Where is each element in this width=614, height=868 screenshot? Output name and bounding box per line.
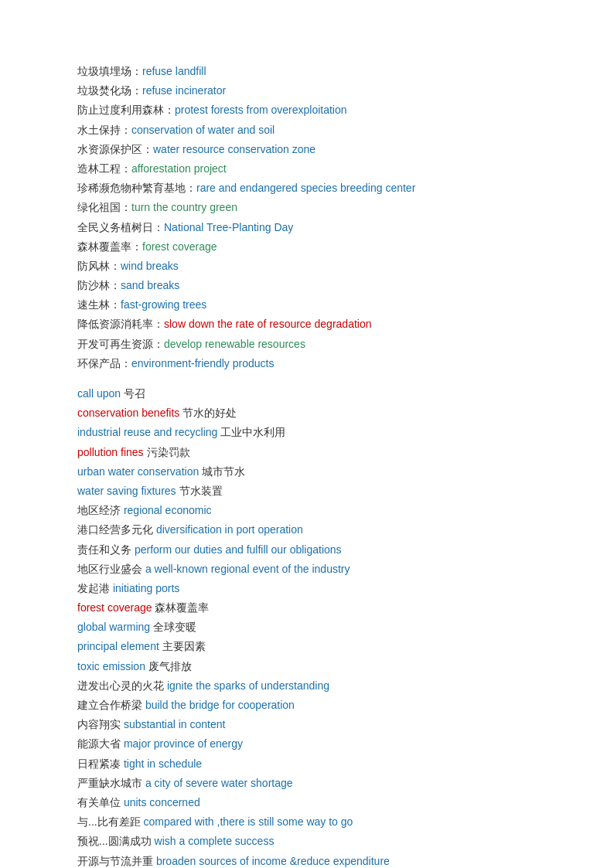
zh-text: 日程紧凑 xyxy=(77,757,124,770)
zh-text: 责任和义务 xyxy=(77,543,135,556)
list-item: conservation benefits 节水的好处 xyxy=(77,403,568,423)
list-item: 港口经营多元化 diversification in port operatio… xyxy=(77,520,568,540)
zh-text: 工业中水利用 xyxy=(220,426,285,438)
zh-text: 有关单位 xyxy=(77,796,124,808)
en-text: forest coverage xyxy=(142,240,217,253)
zh-text: 珍稀濒危物种繁育基地： xyxy=(77,182,196,194)
list-item: 地区行业盛会 a well-known regional event of th… xyxy=(77,560,568,579)
list-item: global warming 全球变暖 xyxy=(77,618,568,637)
en-text: rare and endangered species breeding cen… xyxy=(196,182,415,194)
en-text: tight in schedule xyxy=(124,757,202,770)
list-item: call upon 号召 xyxy=(77,384,568,403)
list-item: 有关单位 units concerned xyxy=(77,793,568,812)
zh-text: 水资源保护区： xyxy=(77,143,153,155)
zh-text: 绿化祖国： xyxy=(77,201,131,213)
en-text: ignite the sparks of understanding xyxy=(167,679,329,692)
zh-text: 造林工程： xyxy=(77,162,131,175)
zh-text: 全球变暖 xyxy=(153,621,196,633)
zh-text: 建立合作桥梁 xyxy=(77,699,145,711)
zh-text: 港口经营多元化 xyxy=(77,523,156,536)
en-text: wind breaks xyxy=(121,260,179,272)
zh-text: 污染罚款 xyxy=(147,446,190,458)
en-text: refuse incinerator xyxy=(142,84,226,97)
zh-text: 号召 xyxy=(124,387,145,400)
zh-text: 与...比有差距 xyxy=(77,815,144,828)
en-text: wish a complete success xyxy=(155,835,275,847)
list-item: 与...比有差距 compared with ,there is still s… xyxy=(77,812,568,832)
list-item: forest coverage 森林覆盖率 xyxy=(77,598,568,618)
list-item: 开源与节流并重 broaden sources of income &reduc… xyxy=(77,852,568,869)
en-text: build the bridge for cooperation xyxy=(145,699,295,711)
en-text: environment-friendly products xyxy=(131,357,274,369)
list-item: 预祝...圆满成功 wish a complete success xyxy=(77,832,568,851)
en-text: industrial reuse and recycling xyxy=(77,426,220,438)
en-text: global warming xyxy=(77,621,153,633)
list-item: 垃圾焚化场：refuse incinerator xyxy=(77,81,568,100)
zh-text: 防风林： xyxy=(77,260,121,272)
list-item: 珍稀濒危物种繁育基地：rare and endangered species b… xyxy=(77,179,568,198)
en-text: fast-growing trees xyxy=(121,298,206,311)
zh-text: 严重缺水城市 xyxy=(77,777,145,789)
en-text: units concerned xyxy=(124,796,200,808)
list-item: 防风林：wind breaks xyxy=(77,257,568,276)
list-item: 水土保持：conservation of water and soil xyxy=(77,121,568,140)
zh-text: 水土保持： xyxy=(77,124,131,136)
list-item: 建立合作桥梁 build the bridge for cooperation xyxy=(77,696,568,715)
list-item: 环保产品：environment-friendly products xyxy=(77,354,568,373)
zh-text: 防止过度利用森林： xyxy=(77,104,175,116)
en-text: develop renewable resources xyxy=(164,338,305,350)
list-item: principal element 主要因素 xyxy=(77,637,568,656)
zh-text: 迸发出心灵的火花 xyxy=(77,679,167,692)
list-item: 开发可再生资源：develop renewable resources xyxy=(77,335,568,354)
list-item: 防止过度利用森林：protest forests from overexploi… xyxy=(77,100,568,120)
en-text: afforestation project xyxy=(131,162,227,175)
zh-text: 森林覆盖率 xyxy=(155,601,209,614)
en-text: principal element xyxy=(77,640,162,652)
zh-text: 主要因素 xyxy=(162,640,206,652)
zh-text: 开源与节流并重 xyxy=(77,855,156,867)
list-item: water saving fixtures 节水装置 xyxy=(77,482,568,501)
zh-text: 节水装置 xyxy=(179,485,223,497)
en-text: broaden sources of income &reduce expend… xyxy=(156,855,390,867)
en-text: regional economic xyxy=(124,504,212,516)
list-item: 地区经济 regional economic xyxy=(77,501,568,520)
list-item: 发起港 initiating ports xyxy=(77,579,568,598)
list-item: 造林工程：afforestation project xyxy=(77,159,568,179)
zh-text: 能源大省 xyxy=(77,737,124,750)
content-area: 垃圾填埋场：refuse landfill垃圾焚化场：refuse incine… xyxy=(77,62,568,868)
zh-text: 降低资源消耗率： xyxy=(77,318,164,330)
zh-text: 环保产品： xyxy=(77,357,131,369)
en-text: urban water conservation xyxy=(77,465,202,478)
list-item: 内容翔实 substantial in content xyxy=(77,715,568,734)
list-item: 严重缺水城市 a city of severe water shortage xyxy=(77,774,568,793)
zh-text: 防沙林： xyxy=(77,279,121,291)
zh-text: 速生林： xyxy=(77,298,121,311)
en-text: National Tree-Planting Day xyxy=(164,221,293,233)
en-text: substantial in content xyxy=(124,718,226,730)
list-item: 绿化祖国：turn the country green xyxy=(77,198,568,217)
list-item: toxic emission 废气排放 xyxy=(77,657,568,676)
zh-text: 地区经济 xyxy=(77,504,124,516)
en-text: sand breaks xyxy=(121,279,179,291)
list-item: 防沙林：sand breaks xyxy=(77,276,568,295)
en-text: initiating ports xyxy=(113,582,179,594)
en-text: protest forests from overexploitation xyxy=(175,104,347,116)
list-item: 日程紧凑 tight in schedule xyxy=(77,754,568,774)
list-item: pollution fines 污染罚款 xyxy=(77,443,568,462)
list-item: industrial reuse and recycling 工业中水利用 xyxy=(77,423,568,442)
list-item: 迸发出心灵的火花 ignite the sparks of understand… xyxy=(77,676,568,696)
en-text: slow down the rate of resource degradati… xyxy=(164,318,372,330)
zh-text: 全民义务植树日： xyxy=(77,221,164,233)
en-text: perform our duties and fulfill our oblig… xyxy=(135,543,342,556)
zh-text: 发起港 xyxy=(77,582,113,594)
en-text: pollution fines xyxy=(77,446,147,458)
list-item: 降低资源消耗率：slow down the rate of resource d… xyxy=(77,315,568,334)
list-item: 森林覆盖率：forest coverage xyxy=(77,237,568,257)
en-text: major province of energy xyxy=(124,737,243,750)
zh-text: 预祝...圆满成功 xyxy=(77,835,155,847)
list-item: 全民义务植树日：National Tree-Planting Day xyxy=(77,218,568,237)
en-text: water saving fixtures xyxy=(77,485,179,497)
en-text: conservation benefits xyxy=(77,407,182,419)
zh-text: 城市节水 xyxy=(202,465,245,478)
en-text: call upon xyxy=(77,387,124,400)
